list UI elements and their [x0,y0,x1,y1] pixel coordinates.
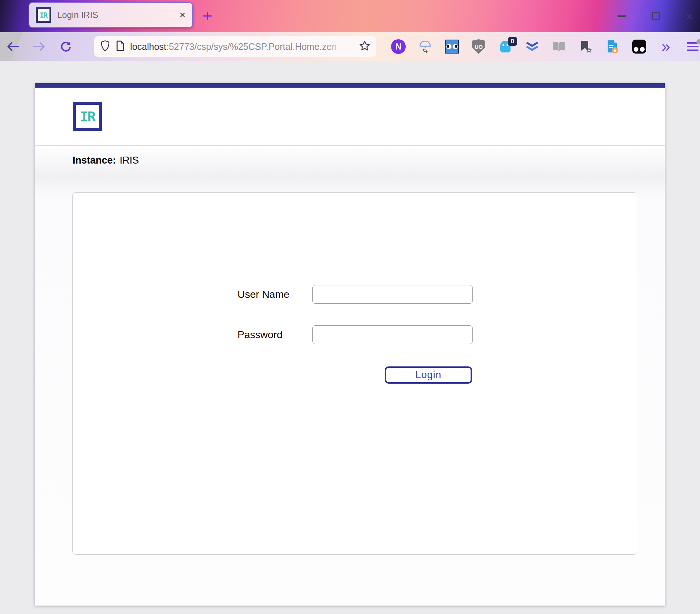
iris-logo: IR [73,102,102,131]
forward-icon[interactable] [32,39,46,54]
tab-title: Login IRIS [57,10,174,20]
login-panel: User Name Password Login [72,192,637,555]
navigation-bar: localhost:52773/csp/sys/%25CSP.Portal.Ho… [0,32,700,61]
tab-close-icon[interactable]: × [180,10,185,20]
url-path: :52773/csp/sys/%25CSP.Portal.Home.zen [166,41,337,52]
window-controls: × [616,0,695,32]
ghostery-ghost-icon[interactable]: 0 [498,39,513,54]
username-input[interactable] [312,285,473,304]
password-input[interactable] [312,325,473,344]
googly-eyes-icon[interactable] [445,39,459,54]
username-label: User Name [237,285,290,304]
close-icon[interactable]: × [684,11,695,22]
n-circle-icon[interactable]: N [391,39,406,54]
page-header: IR [35,88,665,145]
tab-bar: IR Login IRIS × + × [0,0,700,32]
shield-icon[interactable] [100,40,110,53]
minimize-icon[interactable] [616,11,627,22]
instance-bar: Instance: IRIS [35,145,665,175]
login-page-card: IR Instance: IRIS User Name Password Log… [35,83,665,606]
instance-label: Instance: [73,155,116,166]
open-book-icon[interactable] [552,39,566,54]
bookmark-star-icon[interactable] [359,40,371,53]
menu-icon[interactable] [685,39,700,54]
browser-tab[interactable]: IR Login IRIS × [29,2,193,28]
tab-favicon-ir-icon: IR [36,7,51,23]
menu-notification-dot [696,39,700,44]
page-icon[interactable] [116,40,125,53]
page-background: IR Instance: IRIS User Name Password Log… [0,61,700,614]
url-host: localhost [130,41,166,52]
card-body: User Name Password Login [35,175,665,606]
extension-toolbar: N UO 0 » [391,39,700,54]
bookmark-flag-icon[interactable] [578,39,593,54]
url-bar[interactable]: localhost:52773/csp/sys/%25CSP.Portal.Ho… [94,36,376,57]
ghostery-badge: 0 [508,37,517,46]
url-text[interactable]: localhost:52773/csp/sys/%25CSP.Portal.Ho… [130,41,353,52]
umbrella-sync-icon[interactable] [418,39,432,54]
instance-value: IRIS [120,155,139,166]
password-label: Password [237,325,283,344]
overflow-chevron-icon[interactable]: » [659,39,673,54]
black-eyes-icon[interactable] [632,39,646,54]
url-fade [324,41,353,52]
maximize-icon[interactable] [650,11,661,22]
reload-icon[interactable] [59,39,72,54]
new-tab-button[interactable]: + [199,6,215,26]
ublock-shield-icon[interactable]: UO [471,39,486,54]
document-download-icon[interactable] [605,39,620,54]
back-icon[interactable] [6,39,20,54]
double-chevron-icon[interactable] [525,39,539,54]
login-button[interactable]: Login [385,366,472,384]
